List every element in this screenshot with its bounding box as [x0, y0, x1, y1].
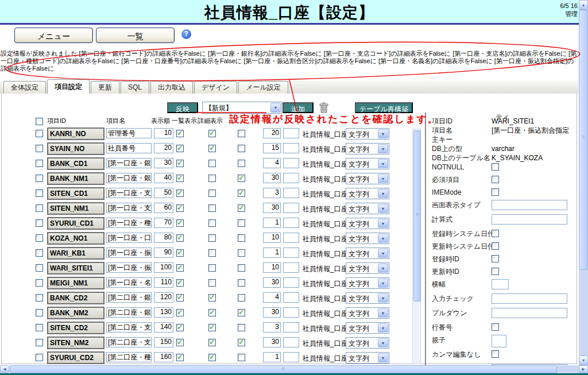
item-name-input[interactable]: [第一口座・振込割合区分]: [106, 248, 152, 258]
scroll-up-icon[interactable]: ▲: [579, 0, 588, 10]
grid-scrollbar-thumb[interactable]: ≡: [413, 130, 421, 301]
vertical-scrollbar-track[interactable]: [579, 270, 588, 355]
horizontal-scrollbar[interactable]: ◀ ≡ ▶: [0, 365, 588, 373]
list-visible-checkbox[interactable]: [176, 160, 184, 167]
row-select-checkbox[interactable]: [36, 234, 43, 242]
row-select-checkbox[interactable]: [36, 249, 43, 257]
detail-checkbox[interactable]: [492, 268, 499, 275]
detail-visible-checkbox[interactable]: [208, 219, 216, 227]
scroll-right-icon[interactable]: ▶: [579, 365, 588, 373]
help-icon[interactable]: ?: [181, 29, 191, 39]
display-order-input[interactable]: 90: [154, 248, 173, 258]
detail-visible-checkbox[interactable]: [208, 175, 216, 182]
type-dropdown[interactable]: 文字列▼: [346, 277, 389, 289]
extra-input[interactable]: [283, 352, 299, 362]
list-visible-checkbox[interactable]: [176, 354, 184, 361]
extra-flag-checkbox[interactable]: [238, 190, 245, 197]
list-visible-checkbox[interactable]: [176, 204, 184, 212]
display-order-input[interactable]: 100: [154, 262, 173, 273]
extra-flag-checkbox[interactable]: [238, 145, 245, 152]
detail-visible-checkbox[interactable]: [208, 354, 216, 361]
item-name-input[interactable]: 社員番号: [106, 143, 152, 153]
extra-flag-checkbox[interactable]: [238, 309, 245, 316]
detail-visible-checkbox[interactable]: [208, 130, 216, 137]
horizontal-scrollbar-track[interactable]: [557, 365, 579, 373]
list-visible-checkbox[interactable]: [176, 175, 184, 182]
detail-checkbox[interactable]: [492, 323, 499, 331]
scroll-left-icon[interactable]: ◀: [0, 365, 9, 373]
row-select-checkbox[interactable]: [36, 204, 43, 212]
size-input[interactable]: 4: [263, 158, 281, 168]
item-name-input[interactable]: [第二口座・支店名]: [106, 337, 152, 347]
list-visible-checkbox[interactable]: [176, 145, 184, 152]
extra-input[interactable]: [283, 158, 299, 168]
display-order-input[interactable]: 160: [154, 352, 173, 362]
size-input[interactable]: 3: [263, 188, 281, 198]
row-select-checkbox[interactable]: [36, 219, 43, 227]
extra-input[interactable]: [283, 307, 299, 318]
type-dropdown[interactable]: 文字列▼: [346, 337, 389, 349]
extra-input[interactable]: [283, 143, 299, 153]
detail-visible-checkbox[interactable]: [208, 249, 216, 257]
display-order-input[interactable]: 140: [154, 322, 173, 333]
detail-checkbox[interactable]: [492, 176, 499, 183]
detail-checkbox[interactable]: [492, 255, 499, 262]
item-name-input[interactable]: [第一口座・支店コード]: [106, 188, 152, 198]
row-select-checkbox[interactable]: [36, 324, 43, 331]
display-order-input[interactable]: 60: [154, 203, 173, 213]
row-select-checkbox[interactable]: [36, 145, 43, 152]
display-order-input[interactable]: 40: [154, 173, 173, 183]
size-input[interactable]: 1: [263, 352, 281, 362]
detail-visible-checkbox[interactable]: [208, 309, 216, 316]
delete-button[interactable]: [316, 101, 331, 114]
display-order-input[interactable]: 20: [154, 143, 173, 153]
type-dropdown[interactable]: 文字列▼: [346, 248, 389, 259]
list-visible-checkbox[interactable]: [176, 219, 184, 227]
detail-visible-checkbox[interactable]: [208, 279, 216, 287]
tab-出力取込[interactable]: 出力取込: [150, 81, 193, 94]
list-visible-checkbox[interactable]: [176, 294, 184, 301]
list-visible-checkbox[interactable]: [176, 130, 184, 137]
type-dropdown[interactable]: 文字列▼: [346, 203, 389, 214]
row-select-checkbox[interactable]: [36, 294, 43, 301]
extra-input[interactable]: [283, 322, 299, 333]
extra-flag-checkbox[interactable]: [238, 204, 245, 212]
display-order-input[interactable]: 50: [154, 188, 173, 198]
row-select-checkbox[interactable]: [36, 339, 43, 346]
grid-scrollbar[interactable]: ≡: [412, 129, 421, 364]
extra-input[interactable]: [283, 248, 299, 258]
item-name-input[interactable]: [第二口座・銀行コード]: [106, 292, 152, 303]
tab-SQL[interactable]: SQL: [121, 81, 149, 94]
list-visible-checkbox[interactable]: [176, 234, 184, 242]
item-name-input[interactable]: [第一口座・銀行名]: [106, 173, 152, 183]
detail-visible-checkbox[interactable]: [208, 264, 216, 272]
type-dropdown[interactable]: 文字列▼: [346, 218, 389, 229]
size-input[interactable]: 20: [263, 128, 281, 138]
detail-input[interactable]: [492, 200, 567, 210]
list-button[interactable]: 一覧: [96, 28, 175, 43]
extra-input[interactable]: [283, 262, 299, 273]
item-name-input[interactable]: [第二口座・銀行名]: [106, 307, 152, 318]
type-dropdown[interactable]: 文字列▼: [346, 158, 389, 169]
detail-visible-checkbox[interactable]: [208, 160, 216, 167]
display-order-input[interactable]: 110: [154, 277, 173, 288]
type-dropdown[interactable]: 文字列▼: [346, 262, 389, 274]
extra-flag-checkbox[interactable]: [238, 219, 245, 227]
size-input[interactable]: 15: [263, 143, 281, 153]
detail-checkbox[interactable]: [492, 163, 499, 171]
item-name-input[interactable]: 管理番号: [106, 128, 152, 138]
size-input[interactable]: 30: [263, 307, 281, 318]
extra-flag-checkbox[interactable]: [238, 339, 245, 346]
row-select-checkbox[interactable]: [36, 190, 43, 197]
display-order-input[interactable]: 30: [154, 158, 173, 168]
type-dropdown[interactable]: 文字列▼: [346, 233, 389, 244]
row-select-checkbox[interactable]: [36, 309, 43, 316]
extra-input[interactable]: [283, 277, 299, 288]
item-name-input[interactable]: [第一口座・支店名]: [106, 203, 152, 213]
extra-flag-checkbox[interactable]: [238, 294, 245, 301]
type-dropdown[interactable]: 文字列▼: [346, 307, 389, 319]
list-visible-checkbox[interactable]: [176, 190, 184, 197]
extra-flag-checkbox[interactable]: [238, 264, 245, 272]
list-visible-checkbox[interactable]: [176, 264, 184, 272]
apply-button[interactable]: 反映: [167, 102, 198, 113]
